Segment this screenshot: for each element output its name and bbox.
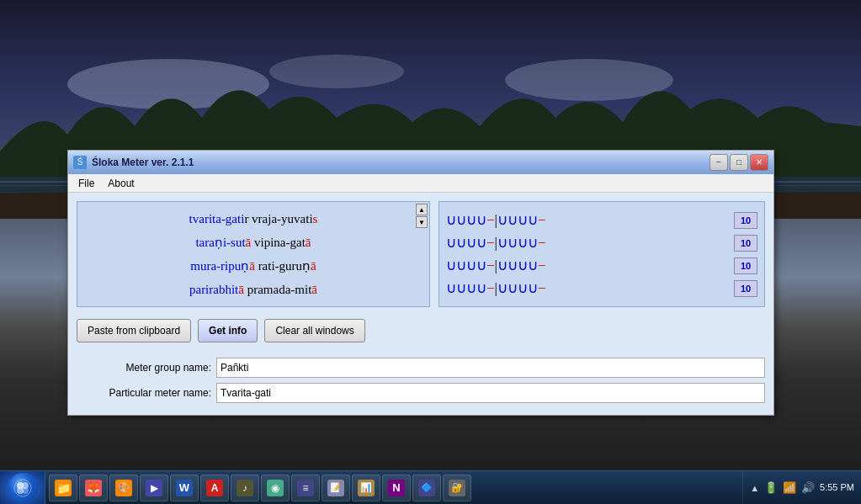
meter-count-3: 10 xyxy=(734,257,757,274)
taskbar-tool8[interactable]: ≡ xyxy=(291,475,320,501)
meter-symbols-4: ∪∪∪∪−|∪∪∪∪− xyxy=(446,279,546,297)
clear-button[interactable]: Clear all windows xyxy=(264,319,364,342)
meter-row-3: ∪∪∪∪−|∪∪∪∪− 10 xyxy=(446,257,757,274)
taskbar-word[interactable]: W xyxy=(170,475,199,501)
particular-meter-row: Particular meter name: Tvarita-gati xyxy=(77,383,765,403)
scroll-controls: ▲ ▼ xyxy=(416,204,428,228)
particular-meter-label: Particular meter name: xyxy=(77,387,211,399)
tray-battery: 🔋 xyxy=(764,481,778,494)
verse-line-3: mura-ripuṇā rati-guruṇā xyxy=(190,256,316,276)
scroll-up-button[interactable]: ▲ xyxy=(416,204,428,215)
scroll-down-button[interactable]: ▼ xyxy=(416,216,428,228)
info-section: Meter group name: Pañkti Particular mete… xyxy=(77,354,765,406)
main-content: ▲ ▼ tvarita-gatir vraja-yuvatis taraṇi-s… xyxy=(68,193,773,415)
tray-network: 📶 xyxy=(783,481,796,494)
taskbar-acrobat[interactable]: A xyxy=(200,475,229,501)
app-icon: Ś xyxy=(73,156,87,169)
meter-count-4: 10 xyxy=(734,280,757,297)
meter-row-2: ∪∪∪∪−|∪∪∪∪− 10 xyxy=(446,234,757,252)
svg-point-1 xyxy=(269,55,404,88)
taskbar-tool12[interactable]: 🔷 xyxy=(412,475,441,501)
minimize-button[interactable]: − xyxy=(710,154,728,171)
menu-bar: File About xyxy=(68,174,773,193)
title-bar: Ś Śloka Meter ver. 2.1.1 − □ ✕ xyxy=(68,151,773,174)
taskbar-onenote[interactable]: N xyxy=(382,475,411,501)
svg-point-9 xyxy=(14,480,31,496)
verse-line-2: taraṇi-sutā vipina-gatā xyxy=(195,232,311,252)
meter-group-label: Meter group name: xyxy=(77,362,211,374)
taskbar-items: 📁 🦊 🎨 ▶ W A ♪ ◉ ≡ 📝 📊 xyxy=(45,471,742,504)
meter-symbols-1: ∪∪∪∪−|∪∪∪∪− xyxy=(446,211,546,229)
meter-group-row: Meter group name: Pañkti xyxy=(77,358,765,378)
particular-meter-value: Tvarita-gati xyxy=(216,383,765,403)
system-clock: 5:55 PM xyxy=(820,481,854,493)
window-controls: − □ ✕ xyxy=(710,154,768,171)
paste-button[interactable]: Paste from clipboard xyxy=(77,319,191,342)
app-window: Ś Śloka Meter ver. 2.1.1 − □ ✕ File Abou… xyxy=(67,150,774,416)
svg-point-13 xyxy=(22,487,29,494)
meter-count-2: 10 xyxy=(734,235,757,252)
taskbar-firefox[interactable]: 🦊 xyxy=(79,475,108,501)
taskbar-chrome[interactable]: ◉ xyxy=(261,475,290,501)
get-info-button[interactable]: Get info xyxy=(198,319,258,342)
window-title: Śloka Meter ver. 2.1.1 xyxy=(92,157,710,168)
taskbar-media[interactable]: ▶ xyxy=(140,475,168,501)
meter-panel: ∪∪∪∪−|∪∪∪∪− 10 ∪∪∪∪−|∪∪∪∪− 10 ∪∪∪∪−|∪∪∪∪… xyxy=(438,201,765,307)
meter-symbols-3: ∪∪∪∪−|∪∪∪∪− xyxy=(446,257,546,274)
close-button[interactable]: ✕ xyxy=(750,154,768,171)
taskbar: 📁 🦊 🎨 ▶ W A ♪ ◉ ≡ 📝 📊 xyxy=(0,470,861,504)
maximize-button[interactable]: □ xyxy=(730,154,748,171)
taskbar-paint[interactable]: 🎨 xyxy=(109,475,138,501)
system-tray: ▲ 🔋 📶 🔊 5:55 PM xyxy=(742,471,861,504)
button-row: Paste from clipboard Get info Clear all … xyxy=(77,316,765,346)
verse-line-1: tvarita-gatir vraja-yuvatis xyxy=(189,209,318,229)
taskbar-tool9[interactable]: 📝 xyxy=(322,475,350,501)
taskbar-tool10[interactable]: 📊 xyxy=(352,475,380,501)
taskbar-tool13[interactable]: 🔐 xyxy=(443,475,471,501)
meter-symbols-2: ∪∪∪∪−|∪∪∪∪− xyxy=(446,234,546,252)
verse-panel: ▲ ▼ tvarita-gatir vraja-yuvatis taraṇi-s… xyxy=(77,201,430,307)
menu-about[interactable]: About xyxy=(101,176,141,191)
tray-arrow[interactable]: ▲ xyxy=(750,483,759,493)
meter-count-1: 10 xyxy=(734,212,757,229)
start-button[interactable] xyxy=(0,471,45,505)
meter-group-value: Pañkti xyxy=(216,358,765,378)
taskbar-folder[interactable]: 📁 xyxy=(49,475,77,501)
taskbar-tool6[interactable]: ♪ xyxy=(231,475,259,501)
meter-row-1: ∪∪∪∪−|∪∪∪∪− 10 xyxy=(446,211,757,229)
content-row: ▲ ▼ tvarita-gatir vraja-yuvatis taraṇi-s… xyxy=(77,201,765,307)
menu-file[interactable]: File xyxy=(72,176,101,191)
tray-volume[interactable]: 🔊 xyxy=(801,481,815,494)
meter-row-4: ∪∪∪∪−|∪∪∪∪− 10 xyxy=(446,279,757,297)
verse-line-4: parirabhitā pramada-mitā xyxy=(189,279,317,300)
start-orb xyxy=(8,473,38,503)
